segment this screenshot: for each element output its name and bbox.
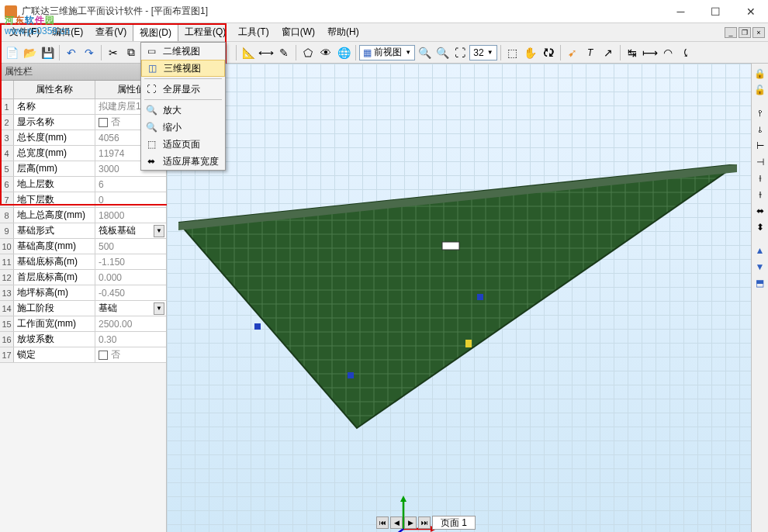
zoom-in-icon[interactable]: 🔍 xyxy=(416,44,433,61)
mdi-minimize[interactable]: _ xyxy=(725,27,737,38)
dropdown-arrow-icon[interactable]: ▼ xyxy=(154,225,164,237)
property-row[interactable]: 17锁定否 xyxy=(0,347,166,363)
select-icon[interactable]: ⬚ xyxy=(504,44,521,61)
arrow-icon[interactable]: ↹ xyxy=(624,44,641,61)
distribute-h-icon[interactable]: ⬌ xyxy=(753,204,767,218)
tool-icon[interactable]: ✎ xyxy=(275,44,292,61)
property-value[interactable]: 0.30 xyxy=(95,332,166,347)
view-icon[interactable]: 👁 xyxy=(317,44,334,61)
rotate-icon[interactable]: 🗘 xyxy=(540,44,557,61)
property-row[interactable]: 11基础底标高(m)-1.150 xyxy=(0,254,166,270)
tab-last[interactable]: ⏭ xyxy=(418,516,431,529)
dropdown-arrow-icon[interactable]: ▼ xyxy=(154,302,164,315)
dimension-icon[interactable]: ⟷ xyxy=(258,44,275,61)
menu-window[interactable]: 窗口(W) xyxy=(275,24,321,41)
pointer-icon[interactable]: ➹ xyxy=(564,44,581,61)
globe-icon[interactable]: 🌐 xyxy=(335,44,352,61)
property-value[interactable]: 基础▼ xyxy=(95,301,166,316)
text-icon[interactable]: T xyxy=(582,44,599,61)
sheet-tab-1[interactable]: 页面 1 xyxy=(432,516,476,530)
line-icon[interactable]: ↗ xyxy=(600,44,617,61)
property-row[interactable]: 13地坪标高(m)-0.450 xyxy=(0,285,166,301)
zoom-fit-icon[interactable]: ⛶ xyxy=(451,44,469,61)
menu-fit-width[interactable]: ⬌适应屏幕宽度 xyxy=(141,153,225,170)
property-value[interactable]: 0.000 xyxy=(95,270,166,285)
mdi-close[interactable]: × xyxy=(752,27,765,38)
minimize-button[interactable]: ─ xyxy=(663,0,698,22)
dim-h-icon[interactable]: ⟼ xyxy=(642,44,659,61)
measure-icon[interactable]: 📐 xyxy=(240,44,257,61)
menu-tools[interactable]: 工具(T) xyxy=(232,24,275,41)
new-icon[interactable]: 📄 xyxy=(3,44,20,61)
building-model[interactable] xyxy=(178,164,737,444)
menu-3d-view[interactable]: ◫三维视图 xyxy=(141,60,225,77)
close-button[interactable]: ✕ xyxy=(733,0,768,22)
shape-icon[interactable]: ⬠ xyxy=(299,44,317,61)
send-back-icon[interactable]: ▼ xyxy=(753,260,767,274)
property-value[interactable]: 2500.00 xyxy=(95,316,166,331)
checkbox[interactable] xyxy=(99,118,108,127)
property-value[interactable]: 500 xyxy=(95,239,166,254)
property-row[interactable]: 8地上总高度(mm)18000 xyxy=(0,208,166,223)
row-number: 8 xyxy=(0,208,14,223)
property-row[interactable]: 15工作面宽(mm)2500.00 xyxy=(0,316,166,332)
property-row[interactable]: 7地下层数0 xyxy=(0,192,166,208)
menu-view-verb[interactable]: 查看(V) xyxy=(89,24,133,41)
property-value[interactable]: 18000 xyxy=(95,208,166,223)
align-center-v-icon[interactable]: ⫳ xyxy=(753,188,767,202)
unlock-icon[interactable]: 🔓 xyxy=(753,83,767,97)
lock-icon[interactable]: 🔒 xyxy=(753,67,767,81)
property-value[interactable]: 0 xyxy=(95,192,166,207)
row-number: 9 xyxy=(0,223,14,238)
property-row[interactable]: 6地上层数6 xyxy=(0,177,166,192)
menu-zoom-out[interactable]: 🔍缩小 xyxy=(141,119,225,136)
undo-icon[interactable]: ↶ xyxy=(63,44,80,61)
align-center-h-icon[interactable]: ⫲ xyxy=(753,171,767,185)
property-row[interactable]: 16放坡系数0.30 xyxy=(0,332,166,347)
redo-icon[interactable]: ↷ xyxy=(81,44,98,61)
property-row[interactable]: 14施工阶段基础▼ xyxy=(0,301,166,316)
zoom-combo[interactable]: 32▼ xyxy=(469,45,496,60)
distribute-v-icon[interactable]: ⬍ xyxy=(753,220,767,234)
menu-quantity[interactable]: 工程量(Q) xyxy=(178,24,232,41)
menu-zoom-in[interactable]: 🔍放大 xyxy=(141,102,225,119)
menu-fit-page[interactable]: ⬚适应页面 xyxy=(141,136,225,153)
menu-help[interactable]: 帮助(H) xyxy=(321,24,365,41)
row-number: 16 xyxy=(0,332,14,347)
checkbox[interactable] xyxy=(99,351,108,360)
tab-next[interactable]: ▶ xyxy=(404,516,417,529)
property-name: 层高(mm) xyxy=(14,161,95,176)
menu-view[interactable]: 视图(D) xyxy=(133,24,178,41)
3d-viewport[interactable]: ⏮ ◀ ▶ ⏭ 页面 1 xyxy=(167,64,751,532)
property-row[interactable]: 12首层底标高(m)0.000 xyxy=(0,270,166,285)
align-top-icon[interactable]: ⫯ xyxy=(753,106,767,120)
property-value[interactable]: 否 xyxy=(95,347,166,362)
open-icon[interactable]: 📂 xyxy=(21,44,38,61)
cut-icon[interactable]: ✂ xyxy=(105,44,122,61)
zoom-out-icon[interactable]: 🔍 xyxy=(434,44,451,61)
property-value[interactable]: 6 xyxy=(95,177,166,192)
property-value[interactable]: -1.150 xyxy=(95,254,166,269)
bring-front-icon[interactable]: ▲ xyxy=(753,244,767,257)
group-icon[interactable]: ⬒ xyxy=(753,276,767,290)
arc-icon[interactable]: ◠ xyxy=(659,44,676,61)
copy-icon[interactable]: ⧉ xyxy=(123,44,140,61)
align-right-icon[interactable]: ⊣ xyxy=(753,155,767,169)
view-combo[interactable]: ▦ 前视图▼ xyxy=(359,45,415,60)
menu-2d-view[interactable]: ▭二维视图 xyxy=(141,43,225,60)
property-row[interactable]: 9基础形式筏板基础▼ xyxy=(0,223,166,239)
menu-fullscreen[interactable]: ⛶全屏显示 xyxy=(141,81,225,98)
align-bottom-icon[interactable]: ⫰ xyxy=(753,123,767,136)
save-icon[interactable]: 💾 xyxy=(39,44,56,61)
property-value[interactable]: -0.450 xyxy=(95,285,166,300)
mdi-restore[interactable]: ❐ xyxy=(739,27,751,38)
property-row[interactable]: 10基础高度(mm)500 xyxy=(0,239,166,254)
maximize-button[interactable]: ☐ xyxy=(698,0,733,22)
watermark-overlay: 河东软件园 www.pc0359.cn xyxy=(5,5,70,36)
pan-icon[interactable]: ✋ xyxy=(522,44,539,61)
property-value[interactable]: 筏板基础▼ xyxy=(95,223,166,238)
leader-icon[interactable]: ⤹ xyxy=(677,44,694,61)
align-left-icon[interactable]: ⊢ xyxy=(753,139,767,153)
tab-prev[interactable]: ◀ xyxy=(390,516,403,529)
tab-first[interactable]: ⏮ xyxy=(376,516,389,529)
